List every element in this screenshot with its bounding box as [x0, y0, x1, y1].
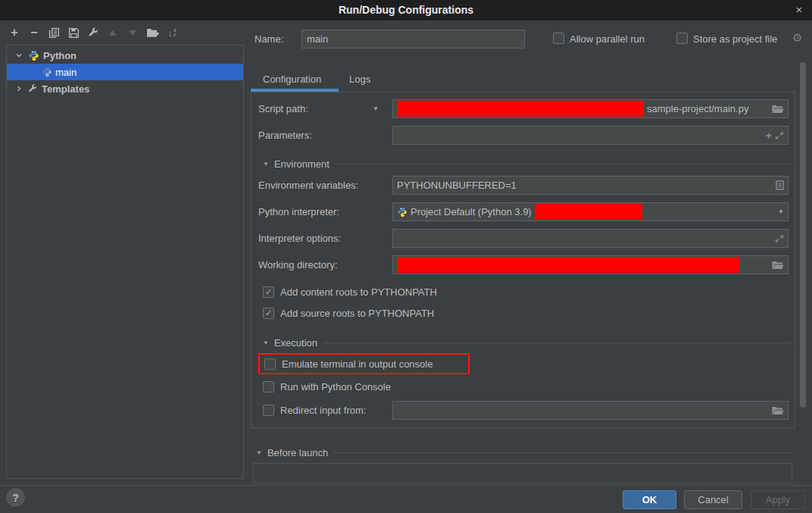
section-divider — [333, 452, 792, 453]
chevron-right-icon[interactable] — [13, 85, 25, 92]
python-interpreter-label: Python interpreter: — [258, 206, 339, 217]
collapse-triangle-icon[interactable]: ▼ — [263, 339, 269, 346]
check-icon: ✓ — [265, 288, 272, 296]
redacted-directory-path — [397, 257, 739, 273]
add-macro-icon[interactable]: + — [766, 130, 772, 142]
environment-variables-field[interactable]: PYTHONUNBUFFERED=1 — [392, 176, 789, 195]
add-source-roots-checkbox[interactable]: ✓ — [263, 308, 274, 319]
sidebar-item-main[interactable]: main — [7, 64, 243, 80]
script-path-row: Script path: ▼ — [258, 99, 392, 118]
environment-variables-value: PYTHONUNBUFFERED=1 — [397, 180, 517, 191]
tab-logs[interactable]: Logs — [349, 74, 370, 85]
wrench-icon — [28, 84, 38, 94]
sort-configurations-button[interactable]: ↓ az — [164, 24, 180, 41]
arrow-up-icon — [109, 30, 117, 36]
tree-item-label: Python — [43, 50, 77, 61]
run-with-python-console-label: Run with Python Console — [280, 381, 391, 393]
execution-section-label: Execution — [274, 337, 317, 349]
configurations-tree: Python main Templates — [6, 45, 244, 479]
sidebar-item-python[interactable]: Python — [7, 47, 243, 64]
add-source-roots-label: Add source roots to PYTHONPATH — [280, 308, 434, 319]
expand-field-icon[interactable] — [775, 234, 784, 243]
gear-icon[interactable]: ⚙ — [792, 31, 802, 45]
expand-field-icon[interactable] — [775, 131, 784, 140]
emulate-terminal-checkbox[interactable] — [264, 358, 276, 370]
interpreter-options-row: Interpreter options: — [258, 229, 392, 248]
parameters-label: Parameters: — [258, 130, 312, 141]
environment-section-label: Environment — [274, 158, 329, 170]
collapse-triangle-icon[interactable]: ▼ — [256, 449, 262, 456]
run-with-python-console-checkbox[interactable] — [263, 381, 274, 393]
plus-icon: + — [11, 27, 17, 39]
move-up-button[interactable] — [105, 24, 121, 41]
copy-configuration-button[interactable] — [45, 24, 62, 41]
apply-button[interactable]: Apply — [751, 490, 805, 509]
new-folder-button[interactable] — [144, 24, 161, 41]
name-input[interactable] — [301, 30, 525, 48]
add-content-roots-checkbox[interactable]: ✓ — [263, 286, 274, 298]
store-as-project-file-label: Store as project file — [693, 33, 777, 45]
emulate-terminal-highlight[interactable]: Emulate terminal in output console — [258, 353, 470, 374]
edit-templates-button[interactable] — [85, 24, 102, 41]
environment-section-header[interactable]: ▼ Environment — [258, 157, 792, 170]
redirect-input-checkbox[interactable] — [263, 405, 274, 416]
folder-icon[interactable] — [772, 406, 784, 415]
python-icon — [42, 67, 52, 77]
store-as-project-file-checkbox[interactable] — [676, 33, 688, 44]
chevron-down-icon[interactable]: ▼ — [373, 105, 379, 112]
execution-section-header[interactable]: ▼ Execution — [258, 336, 792, 349]
script-path-label: Script path: — [258, 103, 308, 114]
script-path-field[interactable]: sample-project/main.py — [392, 99, 789, 118]
environment-variables-row: Environment variables: — [258, 176, 392, 195]
script-path-value: sample-project/main.py — [647, 103, 748, 114]
sidebar-item-templates[interactable]: Templates — [7, 80, 243, 97]
active-tab-underline — [251, 89, 339, 92]
emulate-terminal-label: Emulate terminal in output console — [282, 358, 433, 370]
folder-icon[interactable] — [772, 105, 784, 114]
vertical-scrollbar[interactable] — [800, 62, 806, 408]
script-path-label-box[interactable]: Script path: ▼ — [258, 103, 392, 114]
parameters-field[interactable]: + — [392, 126, 789, 145]
add-content-roots-row[interactable]: ✓ Add content roots to PYTHONPATH — [263, 286, 437, 299]
before-launch-task-list[interactable] — [253, 463, 792, 483]
section-divider — [335, 164, 792, 164]
interpreter-options-field[interactable] — [392, 229, 789, 248]
run-with-python-console-row[interactable]: Run with Python Console — [263, 380, 391, 393]
dialog-title: Run/Debug Configurations — [0, 4, 812, 16]
python-interpreter-value: Project Default (Python 3.9) — [411, 206, 532, 217]
sort-az-icon: ↓ az — [167, 27, 176, 39]
redacted-interpreter-path — [535, 204, 642, 220]
cancel-button[interactable]: Cancel — [684, 490, 742, 509]
copy-icon — [48, 27, 60, 39]
chevron-down-icon[interactable]: ▼ — [778, 208, 784, 215]
name-label: Name: — [255, 33, 283, 45]
tree-item-label: main — [55, 67, 77, 78]
chevron-down-icon[interactable] — [13, 52, 25, 59]
move-down-button[interactable] — [124, 24, 141, 41]
close-icon[interactable]: × — [792, 3, 806, 17]
python-interpreter-select[interactable]: Project Default (Python 3.9) ▼ — [392, 202, 789, 221]
configurations-toolbar: + − — [6, 24, 180, 41]
minus-icon: − — [30, 27, 37, 39]
add-source-roots-row[interactable]: ✓ Add source roots to PYTHONPATH — [263, 307, 434, 320]
add-configuration-button[interactable]: + — [6, 24, 23, 41]
working-directory-field[interactable] — [392, 255, 789, 274]
redirect-input-field[interactable] — [392, 401, 789, 420]
save-configuration-button[interactable] — [65, 24, 82, 41]
python-interpreter-row: Python interpreter: — [258, 202, 392, 221]
redacted-path-prefix — [397, 101, 644, 117]
allow-parallel-run-checkbox[interactable] — [553, 33, 564, 44]
ok-button[interactable]: OK — [623, 490, 676, 509]
edit-variables-icon[interactable] — [776, 180, 784, 190]
before-launch-section-header[interactable]: ▼ Before launch — [256, 446, 792, 459]
tab-configuration[interactable]: Configuration — [263, 74, 321, 85]
configuration-tab-panel: Script path: ▼ sample-project/main.py Pa… — [251, 92, 795, 428]
redirect-input-row[interactable]: Redirect input from: — [263, 404, 366, 417]
collapse-triangle-icon[interactable]: ▼ — [263, 161, 269, 167]
titlebar: Run/Debug Configurations × — [0, 0, 812, 20]
dialog-footer: OK Cancel Apply — [0, 485, 812, 513]
new-folder-icon — [146, 27, 159, 38]
interpreter-options-label: Interpreter options: — [258, 233, 341, 244]
folder-icon[interactable] — [772, 261, 784, 270]
remove-configuration-button[interactable]: − — [26, 24, 42, 41]
